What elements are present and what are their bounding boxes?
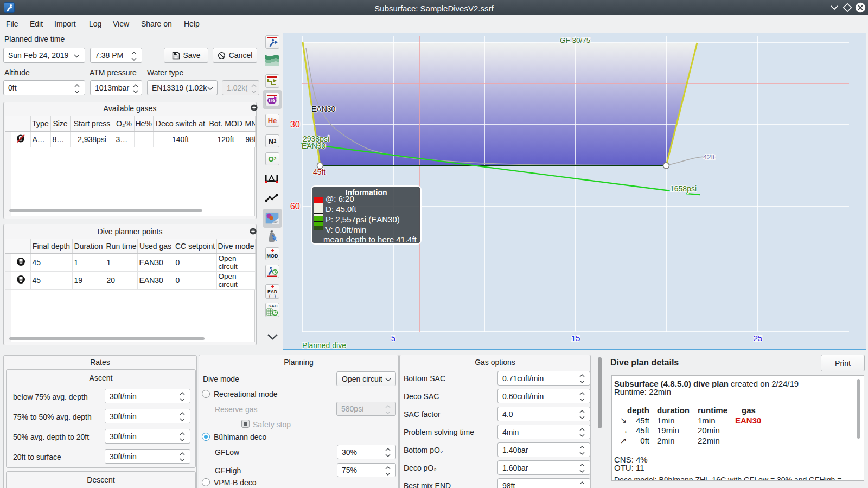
svg-text:1658psi: 1658psi: [670, 184, 697, 193]
svg-text:EAN30: EAN30: [311, 105, 336, 113]
svg-text:MOD: MOD: [267, 253, 278, 259]
svg-text:15: 15: [571, 333, 580, 343]
svg-text:5: 5: [391, 333, 395, 343]
svg-text:42ft: 42ft: [703, 153, 715, 161]
svg-text:GF 30/75: GF 30/75: [560, 36, 590, 44]
svg-text:(…): (…): [269, 293, 276, 298]
svg-text:60: 60: [290, 201, 300, 211]
svg-text:45ft: 45ft: [313, 168, 326, 176]
svg-text:30: 30: [290, 119, 300, 129]
svg-text:25: 25: [754, 333, 763, 343]
svg-text:EAN30: EAN30: [302, 142, 326, 150]
svg-text:SAC: SAC: [269, 304, 278, 309]
svg-text:Planned dive: Planned dive: [302, 341, 346, 349]
